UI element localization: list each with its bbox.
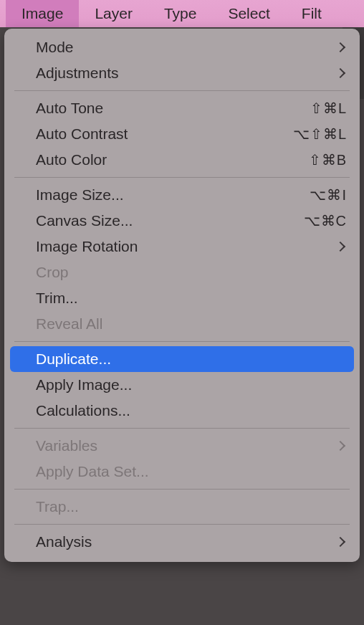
- menu-separator: [14, 524, 350, 525]
- menu-item-label: Duplicate...: [36, 350, 347, 368]
- menu-item-trap: Trap...: [4, 494, 360, 520]
- menu-item-auto-tone[interactable]: Auto Tone⇧⌘L: [4, 95, 360, 121]
- chevron-right-icon: [335, 242, 345, 252]
- menu-item-analysis[interactable]: Analysis: [4, 529, 360, 555]
- menu-item-label: Reveal All: [36, 315, 347, 333]
- menu-item-adjustments[interactable]: Adjustments: [4, 60, 360, 86]
- menu-item-label: Trap...: [36, 498, 347, 515]
- menu-item-label: Image Rotation: [36, 238, 337, 255]
- menubar-item-label: Image: [21, 5, 63, 22]
- menu-item-auto-color[interactable]: Auto Color⇧⌘B: [4, 147, 360, 173]
- menu-item-shortcut: ⌥⌘I: [310, 186, 347, 204]
- menu-separator: [14, 341, 350, 342]
- menu-item-label: Auto Contrast: [36, 125, 293, 143]
- menubar-item-type[interactable]: Type: [148, 0, 213, 27]
- chevron-right-icon: [335, 441, 345, 451]
- menubar-item-layer[interactable]: Layer: [79, 0, 148, 27]
- menu-item-shortcut: ⇧⌘L: [310, 100, 347, 117]
- menu-item-auto-contrast[interactable]: Auto Contrast⌥⇧⌘L: [4, 121, 360, 147]
- menubar-item-filt[interactable]: Filt: [286, 0, 337, 27]
- menu-separator: [14, 489, 350, 490]
- menu-item-apply-image[interactable]: Apply Image...: [4, 372, 360, 398]
- menu-item-mode[interactable]: Mode: [4, 34, 360, 60]
- menu-item-label: Trim...: [36, 290, 347, 307]
- chevron-right-icon: [335, 537, 345, 547]
- menu-item-variables: Variables: [4, 433, 360, 459]
- menu-item-apply-data-set: Apply Data Set...: [4, 459, 360, 485]
- menu-item-label: Auto Tone: [36, 100, 310, 117]
- menubar-item-label: Layer: [95, 5, 133, 22]
- menu-item-label: Apply Data Set...: [36, 463, 347, 480]
- menu-item-image-rotation[interactable]: Image Rotation: [4, 234, 360, 259]
- menu-item-shortcut: ⇧⌘B: [309, 151, 347, 168]
- menu-item-shortcut: ⌥⇧⌘L: [293, 125, 347, 143]
- menubar: ImageLayerTypeSelectFilt: [0, 0, 364, 27]
- menu-item-label: Analysis: [36, 533, 337, 550]
- chevron-right-icon: [335, 68, 345, 78]
- menubar-item-label: Filt: [302, 5, 322, 22]
- menu-item-crop: Crop: [4, 259, 360, 285]
- menu-item-reveal-all: Reveal All: [4, 311, 360, 337]
- menu-item-label: Canvas Size...: [36, 212, 304, 229]
- menu-item-shortcut: ⌥⌘C: [304, 212, 347, 229]
- menu-item-label: Variables: [36, 437, 337, 454]
- chevron-right-icon: [335, 42, 345, 52]
- menubar-item-label: Type: [164, 5, 197, 22]
- menu-item-label: Crop: [36, 264, 347, 281]
- image-menu-dropdown: ModeAdjustmentsAuto Tone⇧⌘LAuto Contrast…: [4, 29, 360, 562]
- menu-item-duplicate[interactable]: Duplicate...: [10, 346, 354, 372]
- menu-item-trim[interactable]: Trim...: [4, 285, 360, 311]
- menu-separator: [14, 90, 350, 91]
- menu-item-label: Image Size...: [36, 186, 310, 204]
- menu-item-label: Calculations...: [36, 402, 347, 419]
- menu-item-label: Mode: [36, 39, 337, 56]
- menubar-item-image[interactable]: Image: [6, 0, 79, 27]
- menu-separator: [14, 177, 350, 178]
- menubar-item-select[interactable]: Select: [212, 0, 285, 27]
- menu-item-label: Auto Color: [36, 151, 309, 168]
- menu-item-calculations[interactable]: Calculations...: [4, 398, 360, 424]
- menu-item-canvas-size[interactable]: Canvas Size...⌥⌘C: [4, 208, 360, 234]
- menu-item-image-size[interactable]: Image Size...⌥⌘I: [4, 182, 360, 208]
- menu-item-label: Adjustments: [36, 65, 337, 82]
- menu-item-label: Apply Image...: [36, 376, 347, 393]
- menu-separator: [14, 428, 350, 429]
- menubar-item-label: Select: [228, 5, 269, 22]
